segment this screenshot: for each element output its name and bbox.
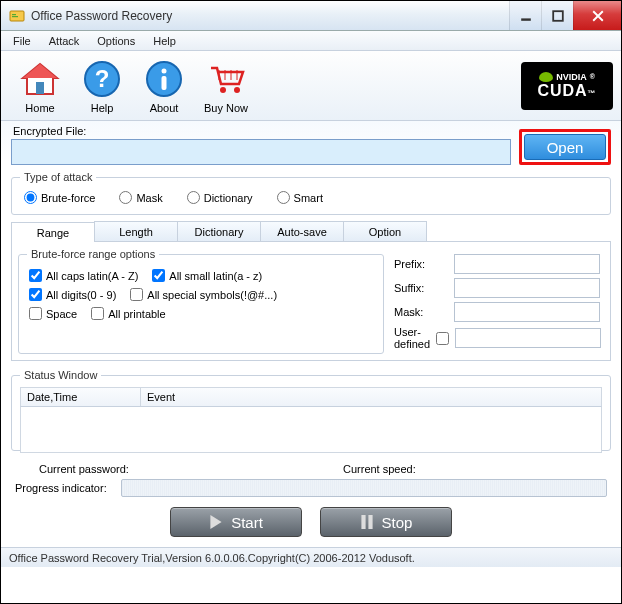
- radio-mask[interactable]: Mask: [119, 191, 162, 204]
- prefix-label: Prefix:: [394, 258, 448, 270]
- tabstrip: Range Length Dictionary Auto-save Option: [11, 221, 611, 242]
- window-title: Office Password Recovery: [31, 9, 509, 23]
- range-legend: Brute-force range options: [27, 248, 159, 260]
- buy-label: Buy Now: [204, 102, 248, 114]
- svg-rect-3: [521, 18, 531, 20]
- suffix-input[interactable]: [454, 278, 600, 298]
- radio-dictionary[interactable]: Dictionary: [187, 191, 253, 204]
- status-legend: Status Window: [20, 369, 101, 381]
- cb-digits[interactable]: All digits(0 - 9): [29, 288, 116, 301]
- suffix-label: Suffix:: [394, 282, 448, 294]
- app-icon: [9, 8, 25, 24]
- titlebar: Office Password Recovery: [1, 1, 621, 31]
- svg-text:?: ?: [95, 65, 110, 92]
- cb-caps[interactable]: All caps latin(A - Z): [29, 269, 138, 282]
- userdef-input[interactable]: [455, 328, 601, 348]
- nvidia-eye-icon: [539, 72, 553, 82]
- help-label: Help: [91, 102, 114, 114]
- about-label: About: [150, 102, 179, 114]
- open-button[interactable]: Open: [524, 134, 606, 160]
- help-button[interactable]: ? Help: [71, 56, 133, 116]
- minimize-button[interactable]: [509, 1, 541, 30]
- start-button[interactable]: Start: [170, 507, 302, 537]
- menu-attack[interactable]: Attack: [41, 33, 88, 49]
- svg-point-11: [162, 68, 167, 73]
- about-button[interactable]: About: [133, 56, 195, 116]
- status-header: Date,Time Event: [20, 387, 602, 407]
- tabpane-range: Brute-force range options All caps latin…: [11, 242, 611, 361]
- svg-rect-7: [36, 82, 44, 94]
- help-icon: ?: [81, 58, 123, 100]
- menu-file[interactable]: File: [5, 33, 39, 49]
- current-password-label: Current password:: [39, 463, 129, 475]
- svg-rect-17: [368, 515, 372, 529]
- encrypted-file-label: Encrypted File:: [13, 125, 511, 137]
- nvidia-text: NVIDIA: [556, 72, 587, 82]
- about-icon: [143, 58, 185, 100]
- attack-legend: Type of attack: [20, 171, 96, 183]
- tab-autosave[interactable]: Auto-save: [260, 221, 344, 241]
- userdef-checkbox[interactable]: [436, 332, 449, 345]
- home-icon: [19, 58, 61, 100]
- svg-marker-6: [23, 64, 57, 78]
- tab-length[interactable]: Length: [94, 221, 178, 241]
- svg-rect-16: [361, 515, 365, 529]
- svg-rect-1: [12, 14, 16, 15]
- close-button[interactable]: [573, 1, 621, 30]
- cuda-badge: NVIDIA® CUDA™: [521, 62, 613, 110]
- cart-icon: [205, 58, 247, 100]
- cb-space[interactable]: Space: [29, 307, 77, 320]
- stop-button[interactable]: Stop: [320, 507, 452, 537]
- userdef-label: User-defined: [394, 326, 430, 350]
- col-datetime: Date,Time: [21, 388, 141, 406]
- progress-bar: [121, 479, 607, 497]
- cb-printable[interactable]: All printable: [91, 307, 165, 320]
- cuda-text: CUDA: [537, 82, 587, 99]
- svg-point-14: [234, 87, 240, 93]
- radio-brute[interactable]: Brute-force: [24, 191, 95, 204]
- toolbar: Home ? Help About Buy Now NVIDIA® CUDA™: [1, 51, 621, 121]
- mask-input[interactable]: [454, 302, 600, 322]
- current-speed-label: Current speed:: [343, 463, 416, 475]
- home-label: Home: [25, 102, 54, 114]
- tab-dictionary[interactable]: Dictionary: [177, 221, 261, 241]
- prefix-input[interactable]: [454, 254, 600, 274]
- menu-options[interactable]: Options: [89, 33, 143, 49]
- home-button[interactable]: Home: [9, 56, 71, 116]
- status-body: [20, 407, 602, 453]
- tab-range[interactable]: Range: [11, 222, 95, 242]
- cb-symbols[interactable]: All special symbols(!@#...): [130, 288, 277, 301]
- tab-option[interactable]: Option: [343, 221, 427, 241]
- footer-text: Office Password Recovery Trial,Version 6…: [9, 552, 415, 564]
- svg-rect-4: [553, 11, 563, 21]
- pause-icon: [360, 515, 374, 529]
- cb-small[interactable]: All small latin(a - z): [152, 269, 262, 282]
- svg-marker-15: [211, 515, 222, 529]
- menu-help[interactable]: Help: [145, 33, 184, 49]
- buy-button[interactable]: Buy Now: [195, 56, 257, 116]
- maximize-button[interactable]: [541, 1, 573, 30]
- col-event: Event: [141, 388, 601, 406]
- svg-rect-2: [12, 16, 18, 17]
- svg-rect-12: [162, 76, 167, 90]
- encrypted-file-input[interactable]: [11, 139, 511, 165]
- open-highlight: Open: [519, 129, 611, 165]
- menubar: File Attack Options Help: [1, 31, 621, 51]
- play-icon: [209, 515, 223, 529]
- progress-label: Progress indicator:: [15, 482, 115, 494]
- statusbar: Office Password Recovery Trial,Version 6…: [1, 547, 621, 567]
- mask-label: Mask:: [394, 306, 448, 318]
- radio-smart[interactable]: Smart: [277, 191, 323, 204]
- svg-point-13: [220, 87, 226, 93]
